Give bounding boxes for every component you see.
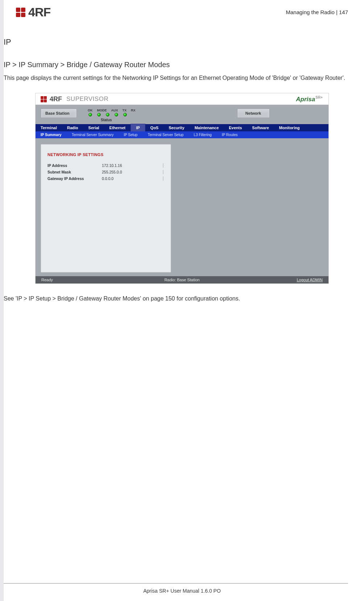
kv-key: Subnet Mask: [47, 170, 102, 174]
network-label: Network: [245, 111, 261, 115]
subtab-l3-filtering[interactable]: L3 Filtering: [189, 131, 216, 138]
header-section: Managing the Radio: [286, 9, 334, 15]
aprisa-brand: AprisaSR+: [296, 95, 323, 103]
kv-key: IP Address: [47, 163, 102, 168]
kv-key: Gateway IP Address: [47, 176, 102, 181]
subtab-terminal-server-summary[interactable]: Terminal Server Summary: [67, 131, 119, 138]
supervisor-title-word: SUPERVISOR: [66, 95, 108, 103]
kv-row-gateway-ip: Gateway IP Address 0.0.0.0: [47, 176, 164, 181]
kv-value: 0.0.0.0: [102, 176, 164, 181]
tab-software[interactable]: Software: [247, 124, 274, 131]
supervisor-app: 4RF SUPERVISOR AprisaSR+ Base Station OK…: [35, 93, 329, 284]
tab-security[interactable]: Security: [164, 124, 189, 131]
led-ok-icon: [88, 113, 92, 116]
tabs-primary: Terminal Radio Serial Ethernet IP QoS Se…: [36, 124, 328, 131]
aprisa-brand-suffix: SR+: [315, 95, 323, 99]
heading-ip: IP: [4, 37, 360, 47]
status-area: Base Station OK MODE AUX TX RX Status: [36, 105, 328, 124]
heading-breadcrumb: IP > IP Summary > Bridge / Gateway Route…: [4, 61, 360, 69]
tab-qos[interactable]: QoS: [145, 124, 164, 131]
tab-events[interactable]: Events: [224, 124, 247, 131]
logo-4rf: 4RF: [16, 5, 50, 19]
page-content: IP IP > IP Summary > Bridge / Gateway Ro…: [0, 23, 364, 302]
led-mode-icon: [97, 113, 101, 116]
led-labels: OK MODE AUX TX RX: [88, 109, 136, 112]
intro-paragraph: This page displays the current settings …: [4, 74, 360, 82]
page-footer-rule: [4, 583, 348, 584]
see-also-paragraph: See 'IP > IP Setup > Bridge / Gateway Ro…: [4, 295, 360, 302]
led-label-ok: OK: [88, 109, 93, 112]
subtab-ip-summary[interactable]: IP Summary: [36, 131, 67, 138]
led-label-tx: TX: [123, 109, 127, 112]
supervisor-footer: Ready Radio: Base Station Logout ADMIN: [36, 276, 328, 283]
tabs-secondary: IP Summary Terminal Server Summary IP Se…: [36, 131, 328, 138]
tab-serial[interactable]: Serial: [83, 124, 104, 131]
tab-terminal[interactable]: Terminal: [36, 124, 62, 131]
status-leds: OK MODE AUX TX RX Status: [88, 109, 136, 122]
led-rx-icon: [123, 113, 127, 116]
led-label-mode: MODE: [97, 109, 107, 112]
network-box[interactable]: Network: [237, 109, 270, 118]
tab-ip[interactable]: IP: [131, 124, 145, 131]
subtab-ip-setup[interactable]: IP Setup: [119, 131, 142, 138]
tab-monitoring[interactable]: Monitoring: [274, 124, 305, 131]
footer-status-left: Ready: [41, 278, 53, 282]
aprisa-brand-text: Aprisa: [296, 95, 315, 102]
header-page-number: 147: [339, 9, 348, 15]
footer-status-center: Radio: Base Station: [164, 278, 199, 282]
header-separator: |: [335, 9, 339, 15]
led-label-aux: AUX: [111, 109, 118, 112]
page-footer: Aprisa SR+ User Manual 1.6.0 PO: [0, 588, 364, 594]
logout-link[interactable]: Logout ADMIN: [297, 278, 323, 282]
logo-dots-icon: [16, 8, 25, 17]
page-left-margin: [0, 0, 4, 601]
kv-value: 255.255.0.0: [102, 170, 164, 174]
supervisor-logo-icon: [41, 96, 47, 102]
page-header: 4RF Managing the Radio | 147: [0, 0, 364, 23]
tab-radio[interactable]: Radio: [62, 124, 83, 131]
networking-ip-settings-panel: NETWORKING IP SETTINGS IP Address 172.10…: [41, 144, 171, 273]
subtab-ip-routes[interactable]: IP Routes: [217, 131, 243, 138]
kv-value: 172.10.1.16: [102, 163, 164, 168]
led-label-rx: RX: [131, 109, 136, 112]
led-aux-icon: [106, 113, 109, 116]
tab-ethernet[interactable]: Ethernet: [104, 124, 131, 131]
kv-row-subnet-mask: Subnet Mask 255.255.0.0: [47, 170, 164, 174]
subtab-terminal-server-setup[interactable]: Terminal Server Setup: [142, 131, 189, 138]
base-station-box[interactable]: Base Station: [41, 109, 77, 118]
supervisor-brand-text: 4RF: [50, 95, 62, 103]
led-tx-icon: [115, 113, 118, 116]
panel-title: NETWORKING IP SETTINGS: [47, 152, 164, 157]
logo-text: 4RF: [28, 5, 50, 19]
supervisor-brand: 4RF SUPERVISOR: [41, 95, 108, 103]
tab-maintenance[interactable]: Maintenance: [190, 124, 224, 131]
status-caption: Status: [88, 118, 112, 122]
kv-row-ip-address: IP Address 172.10.1.16: [47, 163, 164, 168]
supervisor-body: NETWORKING IP SETTINGS IP Address 172.10…: [36, 138, 328, 276]
supervisor-titlebar: 4RF SUPERVISOR AprisaSR+: [36, 93, 328, 105]
page-header-right: Managing the Radio | 147: [286, 9, 348, 15]
base-station-label: Base Station: [45, 111, 70, 115]
led-row: [88, 113, 127, 116]
